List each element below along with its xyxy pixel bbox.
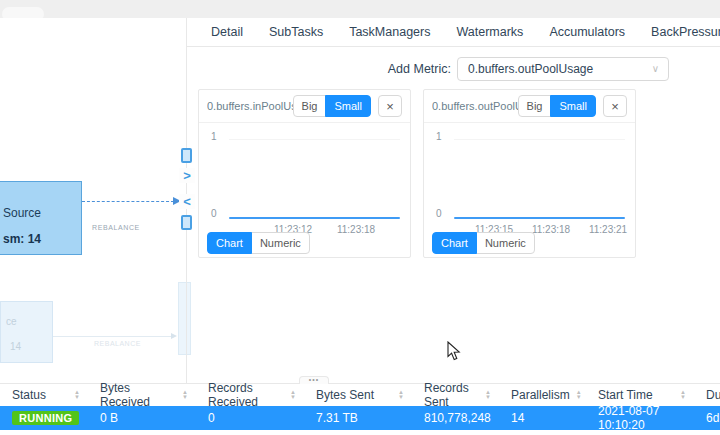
bytes-sent-cell: 7.31 TB — [304, 411, 412, 425]
add-metric-row: Add Metric: 0.buffers.outPoolUsage ∨ — [187, 57, 669, 81]
chevron-right-icon[interactable]: > — [179, 168, 195, 183]
metric-chart: 1 0 11:23:15 11:23:18 11:23:21 Chart Num… — [424, 123, 635, 257]
numeric-view-button[interactable]: Numeric — [476, 232, 535, 254]
y-axis-max-label: 1 — [211, 131, 217, 142]
column-header-duration[interactable]: Dur — [694, 388, 720, 402]
x-axis-tick: 11:23:18 — [337, 224, 375, 235]
small-button[interactable]: Small — [325, 95, 371, 117]
minimap-node-title: ce — [6, 316, 17, 327]
x-axis-tick: 11:23:18 — [532, 224, 570, 235]
column-header-bytes-received[interactable]: Bytes Received ▲▼ — [88, 381, 196, 409]
chevron-down-icon: ∨ — [652, 58, 659, 80]
minimap-edge-label: REBALANCE — [94, 340, 141, 347]
y-axis-min-label: 0 — [211, 208, 217, 219]
metric-card-title: 0.buffers.outPoolUsage — [432, 100, 518, 112]
records-received-cell: 0 — [196, 411, 304, 425]
duration-cell: 6d 1 — [694, 411, 720, 425]
metric-chart: 1 0 11:23:12 11:23:18 Chart Numeric — [199, 123, 410, 257]
column-header-parallelism[interactable]: Parallelism ▲▼ — [499, 388, 586, 402]
column-header-records-sent[interactable]: Records Sent ▲▼ — [412, 381, 499, 409]
chevron-left-icon[interactable]: < — [179, 194, 195, 209]
panel-resize-handle[interactable]: ••• — [299, 376, 329, 384]
sort-icon: ▲▼ — [182, 390, 188, 400]
graph-node-title: Source — [3, 206, 41, 220]
mouse-cursor-icon — [447, 341, 461, 361]
x-axis-tick: 11:23:21 — [589, 224, 627, 235]
sort-icon: ▲▼ — [485, 390, 491, 400]
close-icon[interactable]: × — [603, 95, 627, 117]
close-icon[interactable]: × — [378, 95, 402, 117]
column-header-status[interactable]: Status ▲▼ — [0, 388, 88, 402]
gridline — [454, 139, 625, 140]
vertex-detail-panel: Detail SubTasks TaskManagers Watermarks … — [187, 18, 720, 383]
task-table-panel: ••• Status ▲▼ Bytes Received ▲▼ Records … — [0, 383, 720, 435]
small-button[interactable]: Small — [550, 95, 596, 117]
tab-taskmanagers[interactable]: TaskManagers — [349, 18, 430, 47]
sort-icon: ▲▼ — [290, 390, 296, 400]
tab-accumulators[interactable]: Accumulators — [549, 18, 625, 47]
status-cell: RUNNING — [0, 411, 88, 425]
status-badge: RUNNING — [12, 411, 79, 425]
column-header-bytes-sent[interactable]: Bytes Sent ▲▼ — [304, 388, 412, 402]
start-time-cell: 2021-08-07 10:10:20 — [586, 404, 694, 432]
metric-card-title: 0.buffers.inPoolUsage — [207, 100, 293, 112]
chart-view-button[interactable]: Chart — [207, 232, 252, 254]
big-button[interactable]: Big — [518, 95, 552, 117]
table-row-selected[interactable]: RUNNING 0 B 0 7.31 TB 810,778,248 14 202… — [0, 406, 720, 430]
column-header-records-received[interactable]: Records Received ▲▼ — [196, 381, 304, 409]
records-sent-cell: 810,778,248 — [412, 411, 499, 425]
metric-card-header: 0.buffers.inPoolUsage Big Small × — [199, 90, 410, 123]
numeric-view-button[interactable]: Numeric — [251, 232, 310, 254]
tab-detail[interactable]: Detail — [211, 18, 243, 47]
table-header-row: Status ▲▼ Bytes Received ▲▼ Records Rece… — [0, 384, 720, 406]
column-header-start-time[interactable]: Start Time ▲▼ — [586, 388, 694, 402]
graph-node-source[interactable]: Source sm: 14 — [0, 181, 82, 255]
add-metric-label: Add Metric: — [388, 62, 451, 76]
top-background-strip — [0, 0, 720, 18]
size-toggle: Big Small — [518, 95, 596, 117]
chart-view-button[interactable]: Chart — [432, 232, 477, 254]
minimap-edge — [53, 336, 173, 337]
graph-node-parallelism: sm: 14 — [3, 232, 41, 246]
sort-icon: ▲▼ — [398, 390, 404, 400]
y-axis-max-label: 1 — [436, 131, 442, 142]
minimap-next-node-fragment — [178, 282, 191, 355]
minimap-node-parallelism: 14 — [10, 341, 21, 352]
chart-line-series — [229, 217, 400, 219]
job-graph-canvas[interactable]: Source sm: 14 REBALANCE ce 14 REBALANCE — [0, 18, 187, 383]
minimap-node: ce 14 — [0, 301, 53, 363]
metric-card-header: 0.buffers.outPoolUsage Big Small × — [424, 90, 635, 123]
splitter-handle-bottom-icon[interactable] — [181, 215, 192, 230]
add-metric-select[interactable]: 0.buffers.outPoolUsage ∨ — [457, 57, 669, 81]
sort-icon: ▲▼ — [680, 390, 686, 400]
metric-card-inpoolusage: 0.buffers.inPoolUsage Big Small × 1 0 11… — [198, 89, 411, 258]
sort-icon: ▲▼ — [74, 390, 80, 400]
splitter-handle-top-icon[interactable] — [181, 148, 192, 163]
tab-bar: Detail SubTasks TaskManagers Watermarks … — [187, 18, 720, 47]
bytes-received-cell: 0 B — [88, 411, 196, 425]
minimap-arrowhead-icon — [171, 333, 177, 339]
y-axis-min-label: 0 — [436, 208, 442, 219]
view-toggle: Chart Numeric — [432, 232, 535, 254]
metric-card-outpoolusage: 0.buffers.outPoolUsage Big Small × 1 0 1… — [423, 89, 636, 258]
sort-icon: ▲▼ — [576, 390, 582, 400]
size-toggle: Big Small — [293, 95, 371, 117]
tab-watermarks[interactable]: Watermarks — [456, 18, 523, 47]
flink-job-metrics-screen: Source sm: 14 REBALANCE ce 14 REBALANCE … — [0, 0, 720, 435]
tab-subtasks[interactable]: SubTasks — [269, 18, 323, 47]
parallelism-cell: 14 — [499, 411, 586, 425]
add-metric-select-value: 0.buffers.outPoolUsage — [468, 62, 593, 76]
graph-edge — [82, 201, 174, 202]
tab-backpressure[interactable]: BackPressure — [651, 18, 720, 47]
graph-edge-label: REBALANCE — [92, 224, 140, 231]
chart-line-series — [454, 217, 625, 219]
gridline — [229, 139, 400, 140]
big-button[interactable]: Big — [293, 95, 327, 117]
view-toggle: Chart Numeric — [207, 232, 310, 254]
